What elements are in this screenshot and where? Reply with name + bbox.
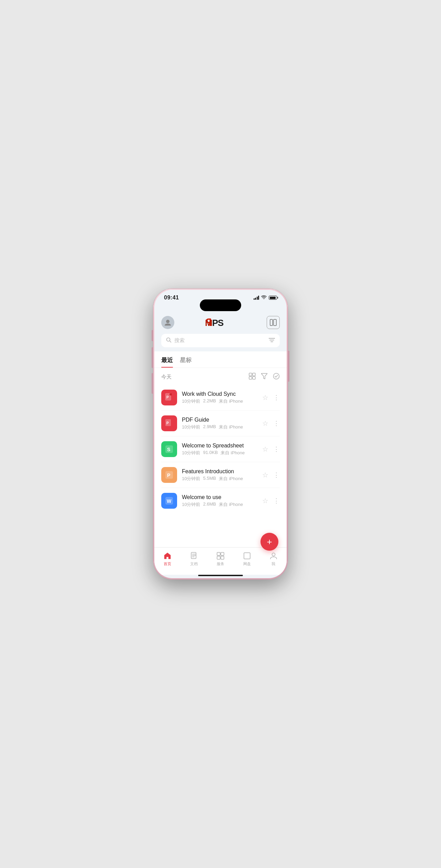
filter-icon (269, 338, 275, 344)
svg-rect-19 (170, 393, 172, 395)
svg-rect-33 (221, 552, 224, 555)
svg-rect-10 (249, 373, 252, 376)
file-list: P Work with Cloud Sync 10分钟前 2.2MB 来自 iP… (154, 385, 287, 514)
profile-icon (269, 552, 278, 560)
file-info: Work with Cloud Sync 10分钟前 2.2MB 来自 iPho… (182, 391, 257, 404)
nav-cloud[interactable]: 网盘 (234, 550, 260, 568)
star-button[interactable]: ☆ (262, 445, 268, 453)
nav-docs[interactable]: 文档 (181, 550, 207, 568)
list-item[interactable]: W Welcome to use 10分钟前 2.6MB 来自 iPhone ☆ (161, 488, 280, 514)
star-button[interactable]: ☆ (262, 497, 268, 505)
file-meta: 10分钟前 5.5MB 来自 iPhone (182, 476, 257, 482)
main-content: 最近 星标 今天 (154, 351, 287, 547)
tab-bar: 最近 星标 (154, 351, 287, 368)
more-button[interactable]: ⋮ (273, 394, 280, 401)
nav-home-label: 首页 (164, 561, 171, 567)
search-bar-container: 搜索 (154, 332, 287, 351)
file-name: Work with Cloud Sync (182, 391, 257, 397)
more-button[interactable]: ⋮ (273, 471, 280, 479)
wifi-icon (261, 295, 267, 300)
nav-docs-label: 文档 (190, 561, 198, 567)
file-actions: ☆ ⋮ (262, 497, 280, 505)
status-time: 09:41 (164, 295, 179, 301)
avatar-icon (164, 319, 172, 326)
more-button[interactable]: ⋮ (273, 420, 280, 427)
file-meta: 10分钟前 2.6MB 来自 iPhone (182, 501, 257, 508)
app-header: ꟼ MPS (154, 313, 287, 332)
select-all-icon[interactable] (273, 373, 280, 381)
services-icon (216, 552, 225, 560)
grid-view-icon[interactable] (249, 373, 256, 381)
wps-logo-svg: ꟼ MPS (205, 317, 236, 328)
file-name: Features Introduction (182, 468, 257, 475)
svg-text:P: P (166, 421, 169, 425)
svg-rect-35 (221, 556, 224, 559)
file-icon-presentation: P (161, 467, 177, 483)
dynamic-island (200, 299, 241, 311)
file-actions: ☆ ⋮ (262, 419, 280, 427)
nav-profile[interactable]: 我 (260, 550, 287, 568)
plus-icon: + (267, 537, 272, 546)
file-meta: 10分钟前 2.2MB 来自 iPhone (182, 398, 257, 404)
section-title: 今天 (161, 374, 172, 380)
file-info: PDF Guide 10分钟前 2.9MB 来自 iPhone (182, 417, 257, 430)
phone-frame: 09:41 (153, 289, 288, 579)
star-button[interactable]: ☆ (262, 393, 268, 402)
search-bar[interactable]: 搜索 (161, 334, 280, 347)
home-icon (163, 552, 172, 560)
search-icon (166, 337, 172, 344)
volume-down-button (152, 373, 153, 394)
svg-rect-4 (274, 319, 276, 326)
avatar[interactable] (161, 316, 174, 329)
svg-marker-14 (261, 373, 267, 379)
nav-home[interactable]: 首页 (154, 550, 181, 568)
svg-rect-34 (217, 556, 220, 559)
cloud-icon (243, 552, 251, 560)
signal-icon (254, 296, 259, 300)
svg-rect-32 (217, 552, 220, 555)
volume-up-button (152, 347, 153, 368)
svg-point-37 (272, 553, 275, 556)
file-name: PDF Guide (182, 417, 257, 423)
file-info: Features Introduction 10分钟前 5.5MB 来自 iPh… (182, 468, 257, 482)
svg-rect-36 (244, 553, 250, 559)
list-item[interactable]: P Work with Cloud Sync 10分钟前 2.2MB 来自 iP… (161, 385, 280, 411)
section-actions (249, 373, 280, 381)
svg-line-6 (170, 341, 171, 342)
create-new-fab[interactable]: + (260, 533, 278, 551)
file-icon-pdf: P (161, 415, 177, 431)
list-item[interactable]: P Features Introduction 10分钟前 5.5MB 来自 i… (161, 462, 280, 488)
svg-rect-11 (253, 373, 255, 376)
star-button[interactable]: ☆ (262, 471, 268, 479)
more-button[interactable]: ⋮ (273, 497, 280, 505)
svg-text:P: P (166, 395, 169, 399)
star-button[interactable]: ☆ (262, 419, 268, 427)
svg-text:MPS: MPS (205, 318, 224, 328)
wps-logo: ꟼ MPS (174, 317, 267, 328)
nav-services[interactable]: 服务 (207, 550, 234, 568)
list-item[interactable]: P PDF Guide 10分钟前 2.9MB 来自 iPhone ☆ ⋮ (161, 411, 280, 436)
phone-screen: 09:41 (154, 290, 287, 578)
docs-icon (190, 552, 198, 560)
nav-services-label: 服务 (217, 561, 224, 567)
list-item[interactable]: S Welcome to Spreadsheet 10分钟前 91.0KB 来自… (161, 436, 280, 462)
layout-toggle-button[interactable] (267, 316, 280, 329)
file-icon-spreadsheet: S (161, 441, 177, 457)
svg-point-0 (166, 320, 170, 323)
file-actions: ☆ ⋮ (262, 445, 280, 453)
tab-starred[interactable]: 星标 (180, 356, 192, 368)
svg-text:S: S (167, 447, 170, 452)
svg-rect-3 (270, 319, 273, 326)
search-placeholder: 搜索 (174, 337, 266, 344)
file-meta: 10分钟前 91.0KB 来自 iPhone (182, 450, 257, 456)
filter-sort-icon[interactable] (261, 373, 267, 381)
status-icons (254, 295, 277, 300)
svg-rect-12 (249, 377, 252, 379)
tab-recent[interactable]: 最近 (161, 356, 173, 368)
file-icon-word: W (161, 493, 177, 509)
layout-icon (270, 319, 277, 326)
svg-point-15 (274, 373, 279, 379)
file-actions: ☆ ⋮ (262, 471, 280, 479)
more-button[interactable]: ⋮ (273, 445, 280, 453)
section-header: 今天 (154, 368, 287, 385)
